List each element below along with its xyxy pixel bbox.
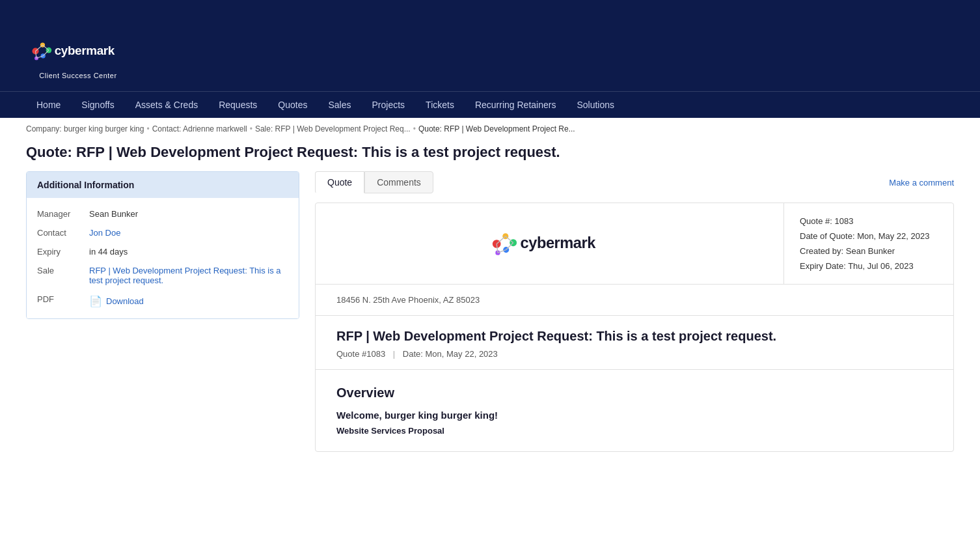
- quote-created-by: Created by: Sean Bunker: [800, 246, 938, 256]
- breadcrumb-sale[interactable]: Sale: RFP | Web Development Project Req.…: [255, 124, 411, 133]
- breadcrumb: Company: burger king burger king • Conta…: [0, 118, 980, 140]
- pdf-download-label: Download: [106, 296, 144, 306]
- quote-card: cybermark Quote #: 1083 Date of Quote: M…: [315, 203, 954, 452]
- quote-logo-area: cybermark: [316, 203, 784, 284]
- sale-link[interactable]: RFP | Web Development Project Request: T…: [89, 266, 281, 285]
- tab-quote[interactable]: Quote: [315, 171, 364, 193]
- sale-row: Sale RFP | Web Development Project Reque…: [27, 261, 299, 290]
- nav-recurring-retainers[interactable]: Recurring Retainers: [465, 92, 567, 118]
- make-comment-button[interactable]: Make a comment: [889, 178, 954, 188]
- overview-heading: Overview: [336, 385, 932, 400]
- pdf-icon: 📄: [89, 294, 102, 307]
- manager-value: Sean Bunker: [89, 209, 138, 219]
- nav-sales[interactable]: Sales: [318, 92, 361, 118]
- quote-expiry-date: Expiry Date: Thu, Jul 06, 2023: [800, 261, 938, 271]
- overview-proposal: Website Services Proposal: [336, 426, 932, 436]
- overview-section: Overview Welcome, burger king burger kin…: [316, 369, 953, 451]
- nav-home[interactable]: Home: [26, 92, 71, 118]
- quote-date-of-quote: Date of Quote: Mon, May 22, 2023: [800, 231, 938, 241]
- quote-number: Quote #: 1083: [800, 216, 938, 226]
- pdf-row: PDF 📄 Download: [27, 290, 299, 312]
- quote-date-sep: |: [393, 349, 395, 359]
- breadcrumb-sep-3: •: [413, 124, 416, 133]
- quote-card-top: cybermark Quote #: 1083 Date of Quote: M…: [316, 203, 953, 285]
- pdf-label: PDF: [37, 294, 89, 304]
- breadcrumb-contact[interactable]: Contact: Adrienne markwell: [152, 124, 247, 133]
- page-title: Quote: RFP | Web Development Project Req…: [0, 140, 980, 171]
- info-card-body: Manager Sean Bunker Contact Jon Doe Expi…: [27, 198, 299, 318]
- nav-tickets[interactable]: Tickets: [415, 92, 465, 118]
- nav-solutions[interactable]: Solutions: [566, 92, 625, 118]
- pdf-download-area: 📄 Download: [89, 294, 144, 307]
- info-card-header: Additional Information: [27, 172, 299, 198]
- logo-area: cybermark Client Success Center: [26, 33, 130, 91]
- info-card: Additional Information Manager Sean Bunk…: [26, 171, 299, 319]
- sale-value: RFP | Web Development Project Request: T…: [89, 266, 288, 285]
- sale-label: Sale: [37, 266, 89, 275]
- breadcrumb-current: Quote: RFP | Web Development Project Re.…: [418, 124, 575, 133]
- quote-title-area: RFP | Web Development Project Request: T…: [316, 316, 953, 369]
- nav-assets-creds[interactable]: Assets & Creds: [125, 92, 208, 118]
- contact-link[interactable]: Jon Doe: [89, 228, 120, 238]
- right-panel: Quote Comments Make a comment: [315, 171, 954, 452]
- header: cybermark Client Success Center: [0, 0, 980, 91]
- nav-signoffs[interactable]: Signoffs: [71, 92, 124, 118]
- quote-id-inline: Quote #1083: [336, 349, 385, 359]
- nav-quotes[interactable]: Quotes: [267, 92, 318, 118]
- svg-text:cybermark: cybermark: [520, 234, 596, 251]
- quote-address: 18456 N. 25th Ave Phoenix, AZ 85023: [316, 285, 953, 316]
- expiry-row: Expiry in 44 days: [27, 242, 299, 261]
- quote-date-line: Quote #1083 | Date: Mon, May 22, 2023: [336, 349, 932, 359]
- svg-line-18: [506, 242, 513, 249]
- nav-requests[interactable]: Requests: [208, 92, 267, 118]
- cybermark-logo: cybermark: [26, 33, 130, 69]
- manager-row: Manager Sean Bunker: [27, 204, 299, 223]
- manager-label: Manager: [37, 209, 89, 219]
- breadcrumb-company[interactable]: Company: burger king burger king: [26, 124, 144, 133]
- right-top: Quote Comments Make a comment: [315, 171, 954, 193]
- pdf-download-link[interactable]: 📄 Download: [89, 294, 144, 307]
- left-panel: Additional Information Manager Sean Bunk…: [26, 171, 299, 319]
- expiry-label: Expiry: [37, 247, 89, 257]
- svg-line-7: [43, 50, 49, 56]
- breadcrumb-sep-2: •: [250, 124, 252, 133]
- breadcrumb-sep-1: •: [146, 124, 149, 133]
- logo-subtitle: Client Success Center: [39, 72, 116, 79]
- nav-projects[interactable]: Projects: [362, 92, 416, 118]
- svg-text:cybermark: cybermark: [55, 44, 115, 57]
- overview-welcome: Welcome, burger king burger king!: [336, 410, 932, 421]
- contact-value: Jon Doe: [89, 228, 120, 238]
- main-nav: Home Signoffs Assets & Creds Requests Qu…: [0, 91, 980, 118]
- quote-cybermark-logo: cybermark: [485, 223, 615, 265]
- quote-meta: Quote #: 1083 Date of Quote: Mon, May 22…: [784, 203, 953, 284]
- quote-main-title: RFP | Web Development Project Request: T…: [336, 329, 932, 344]
- quote-date-inline: Date: Mon, May 22, 2023: [403, 349, 498, 359]
- contact-label: Contact: [37, 228, 89, 238]
- expiry-value: in 44 days: [89, 247, 128, 257]
- tabs: Quote Comments: [315, 171, 433, 193]
- tab-comments[interactable]: Comments: [364, 171, 433, 193]
- main-content: Additional Information Manager Sean Bunk…: [0, 171, 980, 478]
- contact-row: Contact Jon Doe: [27, 223, 299, 242]
